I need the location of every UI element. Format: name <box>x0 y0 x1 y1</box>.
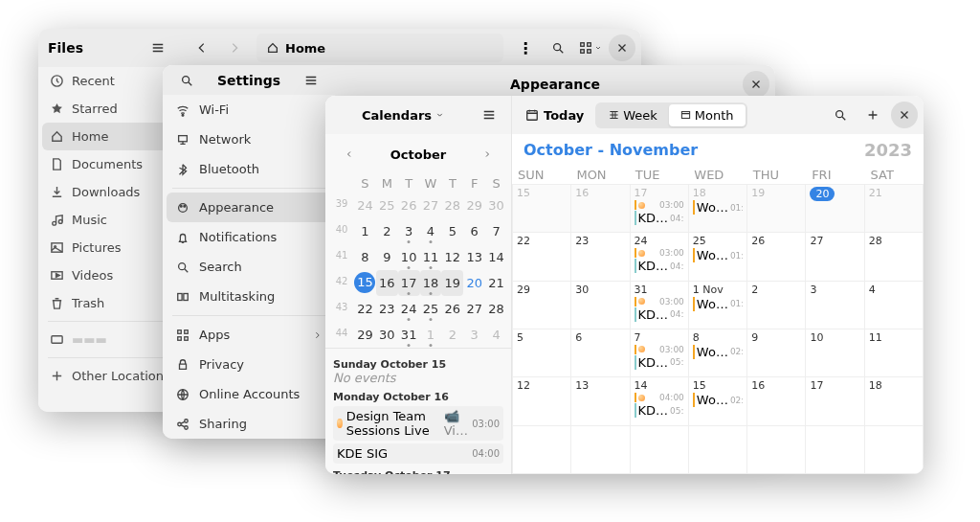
hamburger-icon[interactable] <box>144 34 172 62</box>
grid-cell[interactable]: 5 <box>513 329 571 377</box>
grid-cell[interactable]: 10 <box>806 329 864 377</box>
mini-day[interactable]: 2 <box>441 322 463 348</box>
mini-day[interactable]: 10 <box>398 244 420 270</box>
grid-cell[interactable]: 21 <box>865 185 924 233</box>
view-month[interactable]: Month <box>669 104 746 126</box>
mini-day[interactable]: 4 <box>420 218 442 244</box>
grid-cell[interactable]: 19 <box>747 185 806 233</box>
settings-appearance[interactable]: Appearance <box>167 193 331 222</box>
files-sidebar-trash[interactable]: Trash <box>38 289 182 317</box>
settings-online-accounts[interactable]: Online Accounts <box>163 379 335 409</box>
grid-cell[interactable]: 2 <box>747 282 806 329</box>
grid-cell[interactable]: 17 03:00KD…04:00 <box>631 185 689 233</box>
grid-cell[interactable]: 24 03:00KD…04:00 <box>631 233 689 281</box>
view-switcher[interactable] <box>576 34 605 62</box>
mini-day[interactable]: 18 <box>420 270 442 296</box>
mini-day[interactable]: 27 <box>463 296 485 322</box>
grid-cell[interactable]: 13 <box>571 377 630 425</box>
close-icon[interactable] <box>891 102 918 128</box>
settings-notifications[interactable]: Notifications <box>163 222 335 252</box>
agenda-event[interactable]: Design Team Sessions Live📹 Vi…03:00 <box>333 406 503 441</box>
settings-sharing[interactable]: Sharing <box>163 409 335 439</box>
mini-day[interactable]: 1 <box>420 322 442 348</box>
mini-day[interactable]: 29 <box>463 193 485 218</box>
calendars-dropdown[interactable]: Calendars <box>362 108 444 123</box>
mini-day[interactable]: 3 <box>398 218 420 244</box>
close-icon[interactable] <box>609 34 635 61</box>
grid-cell[interactable]: 15Wo…02:00 <box>689 377 747 425</box>
grid-cell[interactable]: 4 <box>865 282 924 329</box>
grid-cell[interactable]: 9 <box>747 329 806 377</box>
more-icon[interactable]: ⋮ <box>511 34 540 62</box>
mini-day[interactable]: 6 <box>463 218 485 244</box>
grid-cell[interactable]: 1 NovWo…01:00 <box>689 282 747 329</box>
mini-day[interactable]: 8 <box>354 244 376 270</box>
files-other-locations[interactable]: Other Locations <box>38 362 182 390</box>
hamburger-icon[interactable] <box>475 101 503 129</box>
grid-cell[interactable]: 27 <box>806 233 864 281</box>
grid-cell[interactable]: 31 03:00KD…04:00 <box>631 282 689 329</box>
prev-month-icon[interactable] <box>335 140 364 169</box>
hamburger-icon[interactable] <box>297 66 325 95</box>
mini-day[interactable]: 7 <box>485 218 507 244</box>
grid-cell[interactable]: 29 <box>513 282 571 329</box>
files-sidebar-documents[interactable]: Documents <box>38 150 182 178</box>
grid-cell[interactable]: 30 <box>571 282 630 329</box>
grid-cell[interactable]: 28 <box>865 233 924 281</box>
mini-day[interactable]: 25 <box>420 296 442 322</box>
grid-cell[interactable]: 12 <box>513 377 571 425</box>
mini-day[interactable]: 15 <box>354 272 375 293</box>
grid-cell[interactable]: 7 03:00KD…05:00 <box>631 329 689 377</box>
grid-cell[interactable]: 25Wo…01:00 <box>689 233 747 281</box>
close-icon[interactable] <box>743 71 769 98</box>
files-sidebar-starred[interactable]: Starred <box>38 95 182 123</box>
files-sidebar-downloads[interactable]: Downloads <box>38 178 182 206</box>
mini-day[interactable]: 5 <box>441 218 463 244</box>
mini-day[interactable]: 3 <box>463 322 485 348</box>
grid-cell[interactable]: 17 <box>806 377 864 425</box>
mini-day[interactable]: 2 <box>376 218 398 244</box>
files-crumb[interactable]: Home <box>256 34 503 62</box>
mini-day[interactable]: 4 <box>485 322 507 348</box>
grid-cell[interactable]: 8Wo…02:00 <box>689 329 747 377</box>
mini-day[interactable]: 11 <box>420 244 442 270</box>
grid-cell[interactable]: 6 <box>571 329 630 377</box>
add-event-icon[interactable] <box>858 101 887 129</box>
search-icon[interactable] <box>172 66 201 95</box>
mini-day[interactable]: 24 <box>398 296 420 322</box>
mini-day[interactable]: 16 <box>376 270 398 296</box>
files-sidebar-pictures[interactable]: Pictures <box>38 234 182 261</box>
agenda-event[interactable]: KDE SIG04:00 <box>333 443 503 464</box>
mini-day[interactable]: 31 <box>398 322 420 348</box>
mini-day[interactable]: 1 <box>354 218 376 244</box>
grid-cell[interactable]: 15 <box>513 185 571 233</box>
grid-cell[interactable]: 20 <box>806 185 864 233</box>
back-icon[interactable] <box>188 34 216 62</box>
grid-cell[interactable]: 18 <box>865 377 924 425</box>
settings-network[interactable]: Network <box>163 125 335 154</box>
mini-day[interactable]: 23 <box>376 296 398 322</box>
today-button[interactable]: Today <box>518 103 591 127</box>
mini-day[interactable]: 26 <box>398 193 420 218</box>
grid-cell[interactable]: 23 <box>571 233 630 281</box>
mini-day[interactable]: 9 <box>376 244 398 270</box>
mini-day[interactable]: 14 <box>485 244 507 270</box>
mini-day[interactable]: 21 <box>485 270 507 296</box>
settings-search[interactable]: Search <box>163 252 335 282</box>
mini-day[interactable]: 13 <box>463 244 485 270</box>
grid-cell[interactable]: 16 <box>747 377 806 425</box>
view-week[interactable]: Week <box>597 104 669 126</box>
settings-multitasking[interactable]: Multitasking <box>163 282 335 311</box>
grid-cell[interactable]: 26 <box>747 233 806 281</box>
grid-cell[interactable]: 22 <box>513 233 571 281</box>
files-sidebar-videos[interactable]: Videos <box>38 261 182 289</box>
files-sidebar-music[interactable]: Music <box>38 206 182 234</box>
mini-day[interactable]: 12 <box>441 244 463 270</box>
files-sidebar-device[interactable]: ▬▬▬ <box>38 326 182 353</box>
search-icon[interactable] <box>826 101 855 129</box>
mini-day[interactable]: 30 <box>485 193 507 218</box>
next-month-icon[interactable] <box>473 140 501 169</box>
settings-apps[interactable]: Apps <box>163 320 335 350</box>
settings-wi-fi[interactable]: Wi-Fi <box>163 95 335 125</box>
mini-day[interactable]: 28 <box>485 296 507 322</box>
